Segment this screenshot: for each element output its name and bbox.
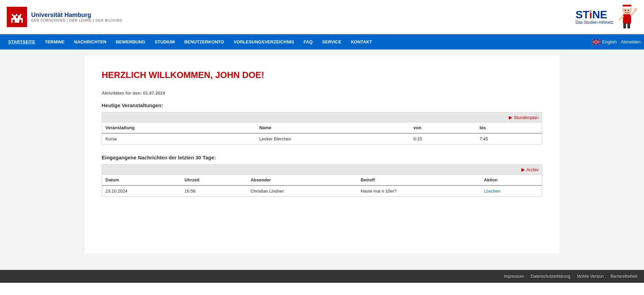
footer-datenschutz[interactable]: Datenschutzerklärung <box>531 274 570 279</box>
absender-cell: Christian Lindner <box>247 185 357 197</box>
col-uhrzeit: Uhrzeit <box>181 175 247 186</box>
svg-rect-5 <box>16 14 17 16</box>
stundenplan-link[interactable]: ▶ Stundenplan <box>509 115 539 120</box>
main-wrapper: HERZLICH WILLKOMMEN, JOHN DOE! Aktivität… <box>0 50 644 270</box>
veranstaltung-cell: Kurse <box>102 133 256 144</box>
stundenplan-label: Stundenplan <box>514 115 539 120</box>
messages-section-title: Eingegangene Nachrichten der letzten 30 … <box>102 155 542 160</box>
events-table: Veranstaltung Name von bis Kurse Lecker … <box>102 122 542 144</box>
logout-button[interactable]: Abmelden <box>621 39 641 44</box>
welcome-title: HERZLICH WILLKOMMEN, JOHN DOE! <box>102 70 542 80</box>
col-betreff: Betreff <box>357 175 481 186</box>
col-absender: Absender <box>247 175 357 186</box>
uh-logo-box <box>7 7 27 27</box>
stine-title: STiNE <box>576 9 607 20</box>
svg-rect-8 <box>19 20 21 23</box>
svg-rect-2 <box>13 15 16 19</box>
von-cell: 6:15 <box>410 133 476 144</box>
svg-point-19 <box>625 9 626 11</box>
nav-vorlesungsverzeichnis[interactable]: VORLESUNGSVERZEICHNIS <box>229 34 299 50</box>
aktion-cell[interactable]: Löschen <box>481 185 542 197</box>
nav-service[interactable]: SERVICE <box>317 34 346 50</box>
nav-right: English Abmelden <box>592 39 641 45</box>
nav-items: STARTSEITE TERMINE NACHRICHTEN BEWERBUNG… <box>3 34 592 50</box>
messages-table: Datum Uhrzeit Absender Betreff Aktion 23… <box>102 174 542 197</box>
footer-mobile[interactable]: Mobile Version <box>577 274 604 279</box>
arrow-icon-2: ▶ <box>521 167 525 172</box>
svg-rect-0 <box>8 8 25 25</box>
name-cell: Lecker Bierchen <box>256 133 410 144</box>
messages-action-bar: ▶ Archiv <box>102 164 542 174</box>
header: Universität Hamburg DER FORSCHUNG | DER … <box>0 0 644 34</box>
main-nav: STARTSEITE TERMINE NACHRICHTEN BEWERBUNG… <box>0 34 644 50</box>
uni-name: Universität Hamburg <box>31 12 122 19</box>
nav-kontakt[interactable]: KONTAKT <box>346 34 377 50</box>
language-label: English <box>602 39 617 44</box>
col-bis: bis <box>476 122 542 134</box>
stine-logo: STiNE Das Studien-Infonetz <box>576 9 613 25</box>
activity-date: Aktivitäten für den: 01.87.2024 <box>102 91 542 96</box>
footer: Impressum Datenschutzerklärung Mobile Ve… <box>0 270 644 283</box>
language-selector[interactable]: English <box>592 39 617 45</box>
content-card: HERZLICH WILLKOMMEN, JOHN DOE! Aktivität… <box>85 56 559 253</box>
bis-cell: 7:45 <box>476 133 542 144</box>
nav-bewerbung[interactable]: BEWERBUNG <box>111 34 150 50</box>
svg-rect-7 <box>13 20 15 23</box>
svg-rect-17 <box>623 23 626 28</box>
footer-impressum[interactable]: Impressum <box>504 274 524 279</box>
svg-rect-13 <box>623 14 631 24</box>
col-aktion: Aktion <box>481 175 542 186</box>
table-row: 23.10.2024 16:56 Christian Lindner Haste… <box>102 185 542 197</box>
col-name: Name <box>256 122 410 134</box>
archiv-link[interactable]: ▶ Archiv <box>521 167 539 172</box>
svg-rect-18 <box>627 23 630 28</box>
flag-icon <box>592 39 600 45</box>
col-von: von <box>410 122 476 134</box>
nav-nachrichten[interactable]: NACHRICHTEN <box>69 34 111 50</box>
uhrzeit-cell: 16:56 <box>181 185 247 197</box>
uni-tagline: DER FORSCHUNG | DER LEHRE | DER BILDUNG <box>31 19 122 22</box>
arrow-icon: ▶ <box>509 115 512 120</box>
loeschen-link[interactable]: Löschen <box>484 189 501 194</box>
nav-termine[interactable]: TERMINE <box>40 34 69 50</box>
datum-cell: 23.10.2024 <box>102 185 181 197</box>
nav-faq[interactable]: FAQ <box>299 34 318 50</box>
stine-branding: STiNE Das Studien-Infonetz <box>576 3 637 31</box>
nav-startseite[interactable]: STARTSEITE <box>3 34 40 50</box>
table-row: Kurse Lecker Bierchen 6:15 7:45 <box>102 133 542 144</box>
svg-point-15 <box>634 8 637 11</box>
svg-line-16 <box>620 16 623 20</box>
col-veranstaltung: Veranstaltung <box>102 122 256 134</box>
svg-rect-6 <box>20 14 21 16</box>
nav-benutzerkonto[interactable]: BENUTZERKONTO <box>180 34 229 50</box>
archiv-label: Archiv <box>526 167 539 172</box>
events-action-bar: ▶ Stundenplan <box>102 112 542 122</box>
stine-subtitle: Das Studien-Infonetz <box>576 20 613 25</box>
col-datum: Datum <box>102 175 181 186</box>
betreff-cell: Haste mal n 10er? <box>357 185 481 197</box>
university-name-text: Universität Hamburg DER FORSCHUNG | DER … <box>31 12 122 22</box>
svg-point-20 <box>628 9 629 11</box>
university-logo: Universität Hamburg DER FORSCHUNG | DER … <box>7 7 122 27</box>
footer-barriere[interactable]: Barrierefreiheit <box>610 274 637 279</box>
svg-rect-4 <box>12 14 13 16</box>
stine-mascot <box>613 3 637 31</box>
nav-studium[interactable]: STUDIUM <box>150 34 179 50</box>
events-section-title: Heutige Veranstaltungen: <box>102 102 542 108</box>
svg-rect-12 <box>623 5 631 6</box>
